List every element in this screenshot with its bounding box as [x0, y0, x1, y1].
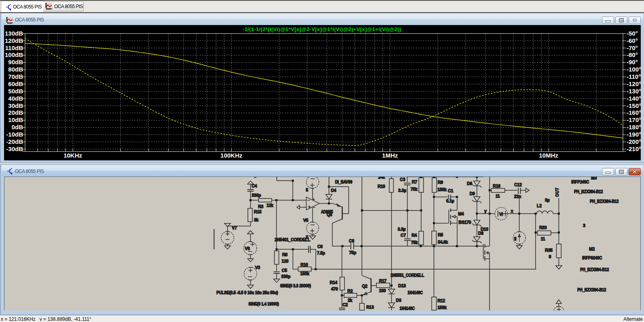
svg-text:IRFP9240C: IRFP9240C — [582, 255, 602, 260]
svg-text:75k: 75k — [411, 187, 418, 192]
svg-text:R3: R3 — [258, 204, 263, 209]
svg-text:40dB: 40dB — [8, 95, 23, 102]
svg-text:-130°: -130° — [627, 88, 641, 95]
svg-text:54.8k: 54.8k — [438, 240, 448, 244]
svg-text:-120°: -120° — [627, 80, 641, 87]
svg-text:R4: R4 — [412, 233, 417, 238]
svg-text:PULSE(0.5 -0.5 0 10n 10n 25u 5: PULSE(0.5 -0.5 0 10n 10n 25u 50u) — [216, 290, 278, 295]
svg-text:-190°: -190° — [627, 131, 641, 138]
svg-text:-1/(1-1/(2*(I(Vi)@1*V[x]@2-V[x: -1/(1-1/(2*(I(Vi)@1*V[x]@2-V[x]@1*I(Vi)@… — [243, 26, 401, 32]
svg-text:7.5p: 7.5p — [317, 250, 325, 255]
svg-text:10MHz: 10MHz — [539, 152, 558, 159]
svg-text:1N4148C: 1N4148C — [399, 306, 415, 311]
svg-text:130dB: 130dB — [5, 30, 23, 37]
svg-text:-110°: -110° — [627, 73, 641, 80]
svg-text:R16: R16 — [493, 183, 500, 188]
svg-text:Q3: Q3 — [327, 212, 332, 217]
svg-text:-160°: -160° — [627, 109, 641, 116]
svg-text:100: 100 — [379, 288, 386, 293]
svg-text:-140°: -140° — [627, 95, 641, 102]
svg-text:-50°: -50° — [627, 30, 638, 37]
svg-text:V3: V3 — [255, 265, 260, 270]
svg-text:D4: D4 — [331, 188, 336, 193]
svg-text:C6: C6 — [317, 244, 323, 249]
svg-text:PH_BZX384-B12: PH_BZX384-B12 — [577, 287, 606, 292]
svg-text:2N5401_CORDELL: 2N5401_CORDELL — [274, 237, 310, 242]
svg-text:150k: 150k — [437, 305, 447, 310]
svg-text:-180°: -180° — [627, 124, 641, 130]
svg-text:R7: R7 — [412, 179, 417, 184]
svg-text:-150°: -150° — [627, 102, 641, 109]
svg-text:M2: M2 — [589, 246, 595, 251]
svg-text:1MHz: 1MHz — [382, 152, 398, 159]
svg-text:330p: 330p — [281, 274, 291, 279]
svg-text:V6: V6 — [245, 246, 250, 251]
svg-text:R5: R5 — [438, 232, 443, 237]
svg-text:100KHz: 100KHz — [220, 152, 242, 159]
svg-text:-70°: -70° — [627, 44, 638, 51]
svg-text:L2: L2 — [537, 203, 542, 208]
svg-text:R13: R13 — [366, 305, 374, 309]
svg-text:470: 470 — [331, 286, 338, 291]
svg-text:Q2: Q2 — [362, 284, 367, 288]
svg-text:R10: R10 — [300, 262, 308, 267]
svg-text:3: 3 — [583, 223, 585, 228]
svg-text:R12: R12 — [437, 298, 445, 303]
svg-text:75p: 75p — [349, 250, 356, 255]
svg-text:R14: R14 — [330, 280, 338, 285]
svg-text:V5: V5 — [303, 218, 308, 223]
svg-text:V7: V7 — [232, 225, 237, 230]
svg-text:D8: D8 — [478, 231, 484, 236]
svg-text:C5: C5 — [282, 268, 287, 273]
svg-text:-80°: -80° — [627, 51, 638, 58]
svg-text:R17: R17 — [379, 278, 386, 283]
svg-text:11: 11 — [496, 194, 500, 198]
svg-text:-100°: -100° — [627, 66, 641, 73]
svg-text:60dB: 60dB — [8, 80, 23, 87]
svg-text:Ii: Ii — [514, 236, 517, 241]
svg-text:R15: R15 — [254, 209, 262, 214]
svg-text:90dB: 90dB — [8, 59, 23, 65]
svg-text:3.3µ: 3.3µ — [398, 188, 406, 193]
svg-text:C12: C12 — [514, 182, 522, 187]
svg-text:70dB: 70dB — [8, 73, 23, 80]
svg-text:C1: C1 — [448, 188, 453, 193]
svg-text:D6: D6 — [467, 181, 472, 186]
svg-text:BS170: BS170 — [458, 220, 471, 225]
svg-text:DI_BAV99: DI_BAV99 — [335, 179, 353, 184]
svg-text:R33: R33 — [539, 225, 547, 230]
svg-text:5: 5 — [306, 187, 308, 192]
svg-text:0.1µ: 0.1µ — [446, 198, 454, 203]
svg-text:3µ: 3µ — [545, 198, 550, 202]
svg-text:R35: R35 — [545, 248, 553, 253]
svg-text:11: 11 — [541, 236, 545, 241]
svg-text:D3: D3 — [396, 298, 401, 303]
svg-text:-210°: -210° — [627, 145, 641, 152]
svg-text:R8: R8 — [282, 252, 287, 257]
svg-text:0dB: 0dB — [12, 124, 23, 130]
svg-text:-90°: -90° — [627, 59, 638, 65]
svg-text:80dB: 80dB — [8, 66, 23, 73]
svg-text:150k: 150k — [437, 187, 447, 192]
svg-text:2k: 2k — [348, 298, 353, 303]
svg-text:SINE(0 3.3 20000): SINE(0 3.3 20000) — [280, 283, 311, 288]
svg-text:PH_BZX384-B12: PH_BZX384-B12 — [590, 199, 619, 204]
svg-text:100dB: 100dB — [5, 51, 23, 58]
svg-text:C3: C3 — [400, 177, 405, 182]
svg-text:50dB: 50dB — [8, 88, 23, 95]
svg-text:C4: C4 — [252, 183, 257, 188]
svg-text:y: y — [484, 208, 487, 213]
svg-text:M3: M3 — [591, 177, 597, 180]
svg-text:75k: 75k — [411, 240, 418, 245]
svg-text:2N5551_CORDELL: 2N5551_CORDELL — [391, 273, 424, 278]
svg-text:120dB: 120dB — [5, 37, 23, 44]
svg-text:D9: D9 — [470, 191, 475, 196]
svg-text:Vi: Vi — [499, 212, 503, 217]
svg-text:x: x — [511, 208, 513, 213]
svg-text:C2: C2 — [342, 302, 348, 307]
svg-text:R9: R9 — [438, 180, 443, 185]
svg-text:-20dB: -20dB — [6, 138, 23, 145]
svg-text:12k: 12k — [266, 203, 273, 208]
svg-text:-200°: -200° — [627, 138, 641, 145]
svg-text:10dB: 10dB — [8, 116, 23, 123]
